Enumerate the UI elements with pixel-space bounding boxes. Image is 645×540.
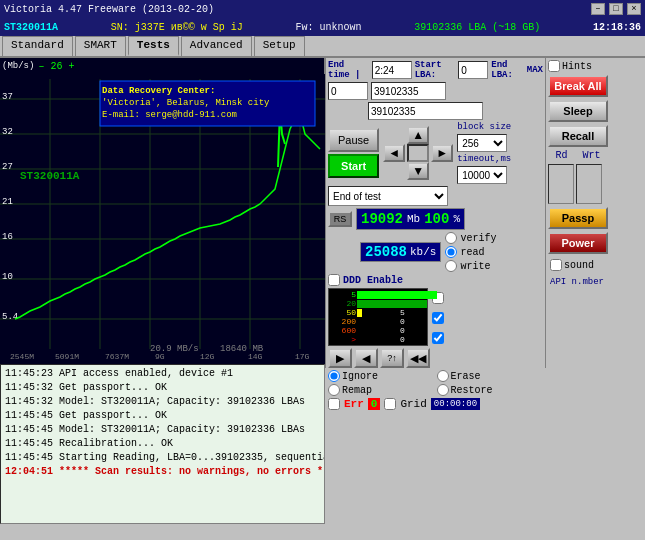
log-entry: 11:45:45 Get passport... OK <box>5 409 320 423</box>
arrow-right[interactable]: ► <box>431 144 453 162</box>
transport-back[interactable]: ◀ <box>354 348 378 368</box>
lba-count: 39102336 LBA (~18 GB) <box>414 22 540 33</box>
minimize-button[interactable]: – <box>591 3 605 15</box>
err-label: Err <box>344 398 364 410</box>
window-controls[interactable]: – □ × <box>591 3 641 15</box>
end-time-input[interactable] <box>372 61 412 79</box>
verify-radio[interactable] <box>445 232 457 244</box>
err-checkbox[interactable] <box>328 398 340 410</box>
hist-check-gt[interactable] <box>432 332 444 344</box>
restore-radio[interactable] <box>437 384 449 396</box>
ignore-label: Ignore <box>342 371 378 382</box>
pause-button[interactable]: Pause <box>328 128 379 152</box>
hist-bar-50 <box>357 309 397 317</box>
recall-button[interactable]: Recall <box>548 125 608 147</box>
timeout-select[interactable]: 10000 <box>457 166 507 184</box>
end-lba-label: End LBA: <box>491 60 524 80</box>
read-radio[interactable] <box>445 246 457 258</box>
svg-text:E-mail: serge@hdd-911.com: E-mail: serge@hdd-911.com <box>102 110 237 120</box>
close-button[interactable]: × <box>627 3 641 15</box>
hist-bar-20 <box>357 300 397 308</box>
hist-count-gt: 0 <box>400 335 405 344</box>
api-label: API n.mber <box>550 277 604 287</box>
arrow-group: ▲ ◄ ► ▼ <box>383 126 453 180</box>
passp-button[interactable]: Passp <box>548 207 608 229</box>
hist-bar-200 <box>357 318 397 326</box>
graph-y-unit: (Mb/s) <box>2 61 34 71</box>
ddd-label: DDD Enable <box>343 275 403 286</box>
tab-advanced[interactable]: Advanced <box>181 36 252 56</box>
svg-text:9G: 9G <box>155 352 165 361</box>
svg-text:21: 21 <box>2 197 13 207</box>
svg-text:ST320011A: ST320011A <box>20 170 80 182</box>
mb-value: 19092 <box>361 211 403 227</box>
power-button[interactable]: Power <box>548 232 608 254</box>
arrow-left[interactable]: ◄ <box>383 144 405 162</box>
erase-radio[interactable] <box>437 370 449 382</box>
graph-top-bar: (Mb/s) – 26 + <box>0 58 324 74</box>
arrow-center[interactable] <box>407 144 429 162</box>
ddd-row: DDD Enable <box>328 274 543 286</box>
block-size-select[interactable]: 256 <box>457 134 507 152</box>
hist-label-50: 50 <box>331 308 356 317</box>
kb-value: 25088 <box>365 244 407 260</box>
start-button[interactable]: Start <box>328 154 379 178</box>
rs-button[interactable]: RS <box>328 211 352 227</box>
sleep-button[interactable]: Sleep <box>548 100 608 122</box>
drive-name: ST320011A <box>4 22 58 33</box>
hist-row-gt: > 0 <box>331 335 425 344</box>
transport-step[interactable]: ?↑ <box>380 348 404 368</box>
mb-unit: Mb <box>407 213 420 225</box>
hist-label-600: 600 <box>331 326 356 335</box>
break-all-button[interactable]: Break All <box>548 75 608 97</box>
read-radio-row: read <box>445 246 496 258</box>
hints-checkbox[interactable] <box>548 60 560 72</box>
tab-setup[interactable]: Setup <box>254 36 305 56</box>
hist-label-200: 200 <box>331 317 356 326</box>
graph-speed-label: – 26 + <box>38 61 74 72</box>
tab-smart[interactable]: SMART <box>75 36 126 56</box>
grid-checkbox[interactable] <box>384 398 396 410</box>
api-row: API n.mber <box>548 276 608 288</box>
hist-row-50: 50 5 <box>331 308 425 317</box>
arrow-down[interactable]: ▼ <box>407 162 429 180</box>
end-time-label: End time | <box>328 60 369 80</box>
info-bar: ST320011A SN: j337E ив©© w Sp iJ Fw: unk… <box>0 18 645 36</box>
value-row <box>328 82 543 100</box>
end-time-row: End time | Start LBA: End LBA: MAX <box>328 60 543 80</box>
remap-radio[interactable] <box>328 384 340 396</box>
sound-checkbox[interactable] <box>550 259 562 271</box>
hist-label-20: 20 <box>331 299 356 308</box>
log-area[interactable]: 11:45:23 API access enabled, device #111… <box>0 364 325 524</box>
transport-skip-back[interactable]: ◀◀ <box>406 348 430 368</box>
tab-tests[interactable]: Tests <box>128 36 179 56</box>
field3-input[interactable] <box>368 102 483 120</box>
arrow-up[interactable]: ▲ <box>407 126 429 144</box>
left-section: (Mb/s) – 26 + 37 <box>0 58 325 540</box>
write-radio[interactable] <box>445 260 457 272</box>
log-entry: 11:45:32 Model: ST320011A; Capacity: 391… <box>5 395 320 409</box>
ddd-checkbox[interactable] <box>328 274 340 286</box>
field1-input[interactable] <box>328 82 368 100</box>
svg-text:2545M: 2545M <box>10 352 34 361</box>
log-entry: 11:45:45 Starting Reading, LBA=0...39102… <box>5 451 320 465</box>
status-dropdown[interactable]: End of test <box>328 186 448 206</box>
svg-text:14G: 14G <box>248 352 263 361</box>
field2-input[interactable] <box>371 82 446 100</box>
transport-play[interactable]: ▶ <box>328 348 352 368</box>
kb-row: 25088 kb/s verify read <box>328 232 543 272</box>
err-grid-row: Err 0 Grid 00:00:00 <box>328 398 543 410</box>
svg-text:27: 27 <box>2 162 13 172</box>
hist-label-gt: > <box>331 335 356 344</box>
svg-text:5.4: 5.4 <box>2 312 18 322</box>
hints-label: Hints <box>562 61 592 72</box>
ignore-radio[interactable] <box>328 370 340 382</box>
start-lba-input[interactable] <box>458 61 488 79</box>
maximize-button[interactable]: □ <box>609 3 623 15</box>
rw-labels: Rd Wrt <box>548 150 608 161</box>
svg-text:10: 10 <box>2 272 13 282</box>
tab-standard[interactable]: Standard <box>2 36 73 56</box>
hist-check-600[interactable] <box>432 312 444 324</box>
timeout-label: timeout,ms <box>457 154 511 164</box>
svg-text:17G: 17G <box>295 352 310 361</box>
